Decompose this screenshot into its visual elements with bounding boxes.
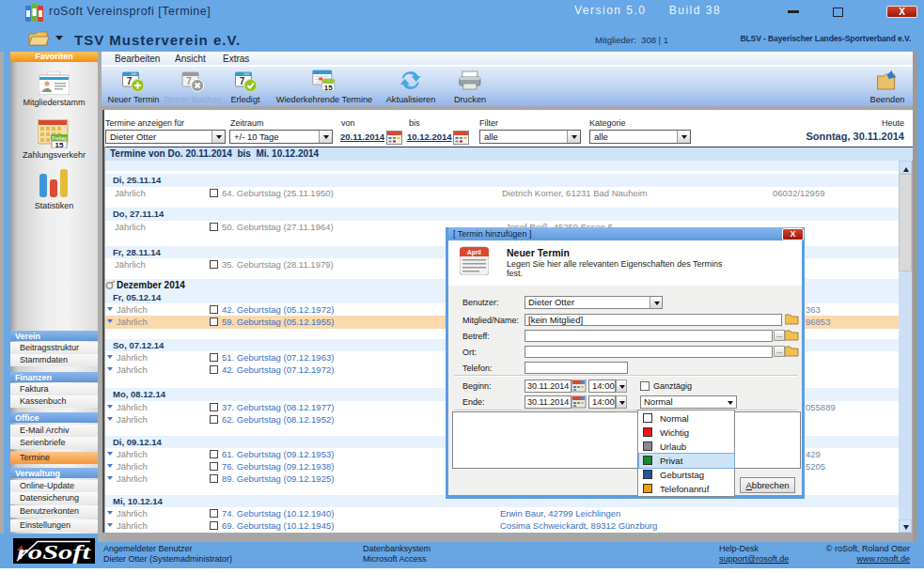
svg-text:15: 15: [55, 141, 64, 148]
svg-text:April: April: [467, 249, 481, 256]
svg-text:15: 15: [324, 84, 333, 92]
svg-text:roSoft: roSoft: [17, 541, 92, 564]
svg-text:Freitag: Freitag: [52, 135, 67, 141]
